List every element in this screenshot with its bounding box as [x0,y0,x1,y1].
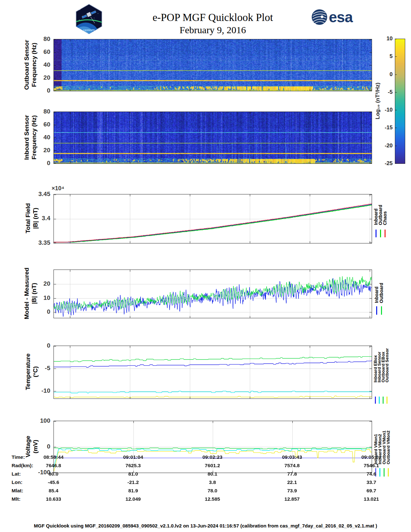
inboard-spec-ylabel-line1: Inboard Sensor [23,115,30,160]
rad-col-3: 7601.2 [191,462,233,469]
colorbar-tick--15: -15 [380,124,393,131]
total-field-plot-canvas [54,194,372,243]
total-field-ylabel-line1: Total Field [24,203,31,233]
outboard-ytick-40: 40 [31,61,50,68]
legend-label-mm-outboard: Outboard [379,261,384,303]
total-field-exponent: ×10⁴ [52,185,64,192]
temperature-ylabel-line1: Temperature [24,353,31,390]
quicklook-page: CASSIOPE e-POP MGF Quicklook Plot Februa… [0,0,411,532]
time-col-4: 09:03:43 [271,454,313,461]
lat-col-5: 74.6 [350,470,392,478]
model-measured-ylabel-line1: Model - Measured [23,268,30,319]
footer-provenance-text: MGF Quicklook using MGF_20160209_085943_… [0,523,411,528]
mlt-col-1: 10.633 [33,496,74,503]
lon-col-2: -21.2 [112,479,154,486]
legend-label-temp-outboard-sensor: Outboard Sensor [385,340,389,382]
colorbar-tick-10: 10 [380,35,393,42]
esa-logo: esa [311,9,353,25]
outboard-ytick-20: 20 [31,74,50,81]
legend-swatch-temp-inboard-ebox [375,397,376,404]
legend-swatch-temp-outboard-sensor [387,397,387,404]
time-col-1: 08:59:44 [33,454,74,461]
time-col-2: 09:01:04 [112,454,154,461]
inboard-spectrogram-canvas [54,112,372,164]
total-field-ytick-34: 3.4 [31,215,50,222]
temperature-ytick-0: 0 [31,342,50,349]
table-row-label-lat: Lat: [12,470,21,478]
legend-swatch-temp-outboard-ebox [383,397,384,404]
lat-col-3: 80.1 [191,470,233,478]
legend-swatch-tf-chaos [385,230,386,237]
legend-label-tf-chaos: Chaos [383,183,387,225]
outboard-spectrogram-canvas [54,39,372,91]
rad-col-5: 7546.1 [350,462,392,469]
lon-col-5: 33.7 [350,479,392,486]
legend-swatch-temp-inboard-sensor [379,397,380,404]
table-row-label-mlat: Mlat: [12,487,23,494]
mlt-col-3: 12.585 [191,496,233,503]
colorbar-tick-0: 0 [380,71,393,78]
inboard-ytick-60: 60 [31,121,50,128]
model-measured-ytick-0: 0 [31,308,50,315]
rad-col-2: 7625.3 [112,462,154,469]
outboard-ytick-80: 80 [31,35,50,43]
lat-col-1: 80.0 [33,470,74,478]
total-field-ytick-345: 3.45 [31,191,50,198]
esa-wordmark: esa [329,9,353,25]
lon-col-4: 22.1 [271,479,313,486]
voltage-ytick-0: 0 [31,443,50,450]
legend-label-mm-inboard: Inboard [374,261,379,303]
outboard-ytick-60: 60 [31,48,50,55]
colorbar-tick-5: 5 [380,53,393,60]
legend-swatch-tf-inboard [376,230,377,237]
colorbar [395,39,405,164]
table-row-label-lon: Lon: [12,479,23,486]
voltage-ytick-100: 100 [31,417,50,424]
colorbar-tick--25: -25 [380,160,393,167]
mlat-col-1: 85.4 [33,487,74,494]
table-row-label-rad: Rad(km): [12,462,33,469]
esa-globe-icon [311,9,328,25]
lon-col-1: -45.6 [33,479,74,486]
colorbar-tick--20: -20 [380,143,393,149]
colorbar-tick--10: -10 [380,107,393,113]
legend-swatch-mm-inboard [376,306,377,315]
temperature-ytick--5: -5 [31,365,50,372]
temperature-plot-canvas [54,346,372,399]
mlat-col-4: 73.9 [271,487,313,494]
lat-col-2: 81.0 [112,470,154,478]
rad-col-1: 7646.8 [33,462,74,469]
inboard-ytick-80: 80 [31,108,50,115]
table-row-label-time: Time: [12,454,25,461]
time-col-3: 09:02:23 [191,454,233,461]
time-col-5: 09:05:02 [350,454,392,461]
mlat-col-2: 81.9 [112,487,154,494]
legend-swatch-tf-outboard [380,230,381,237]
colorbar-tick--5: -5 [380,89,393,95]
model-measured-plot-canvas [54,270,372,318]
mlt-col-4: 12.857 [271,496,313,503]
mlt-col-2: 12.049 [112,496,154,503]
model-measured-ytick-10: 10 [31,294,50,301]
lat-col-4: 77.8 [271,470,313,478]
colorbar-axis-label: Log₁₀ (nT²/Hz) [375,65,381,136]
inboard-ytick-40: 40 [31,134,50,141]
inboard-ytick-20: 20 [31,147,50,154]
table-row-label-mlt: Mlt: [12,496,21,503]
lon-col-3: 3.8 [191,479,233,486]
mlt-col-5: 13.021 [350,496,392,503]
page-date: February 9, 2016 [64,25,361,35]
legend-swatch-mm-outboard [381,306,382,315]
model-measured-ytick-20: 20 [31,280,50,287]
rad-col-4: 7574.8 [271,462,313,469]
voltage-ylabel-line1: Voltage [24,436,31,457]
mlat-col-3: 78.0 [191,487,233,494]
mlat-col-5: 69.7 [350,487,392,494]
